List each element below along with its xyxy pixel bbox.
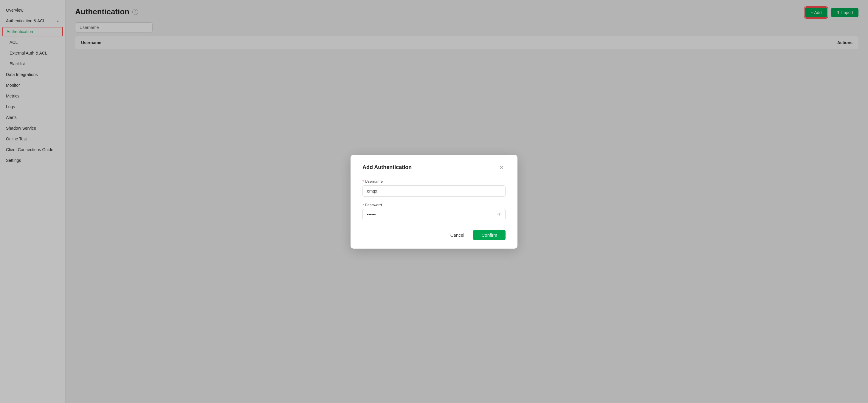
modal-header: Add Authentication ✕ xyxy=(363,164,505,171)
add-authentication-modal: Add Authentication ✕ * Username * Passwo… xyxy=(350,155,518,249)
cancel-button[interactable]: Cancel xyxy=(445,230,470,240)
password-label: * Password xyxy=(363,203,505,207)
modal-title: Add Authentication xyxy=(363,164,412,170)
modal-footer: Cancel Confirm xyxy=(363,230,505,240)
password-form-group: * Password 👁 xyxy=(363,203,505,220)
confirm-button[interactable]: Confirm xyxy=(473,230,505,240)
username-form-group: * Username xyxy=(363,179,505,197)
username-label: * Username xyxy=(363,179,505,184)
username-required-star: * xyxy=(363,179,364,184)
password-required-star: * xyxy=(363,203,364,207)
eye-icon[interactable]: 👁 xyxy=(497,212,502,217)
username-input[interactable] xyxy=(363,185,505,197)
password-input[interactable] xyxy=(363,209,505,220)
modal-close-button[interactable]: ✕ xyxy=(497,164,505,171)
password-wrap: 👁 xyxy=(363,209,505,220)
modal-overlay[interactable]: Add Authentication ✕ * Username * Passwo… xyxy=(0,0,868,403)
